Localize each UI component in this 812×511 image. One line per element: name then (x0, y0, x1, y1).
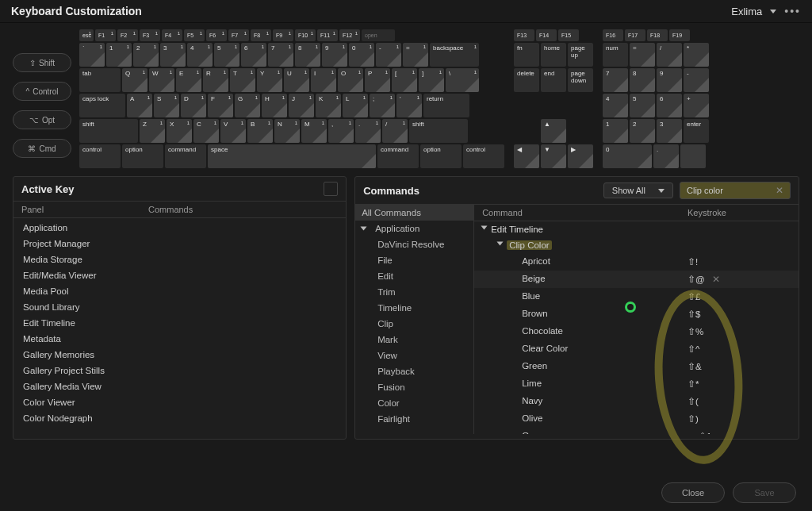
key-space[interactable]: space (208, 144, 376, 168)
key--[interactable]: [1 (392, 68, 417, 92)
save-button[interactable]: Save (733, 482, 796, 503)
key-6[interactable]: 61 (241, 43, 266, 67)
key-d[interactable]: D1 (181, 94, 206, 117)
key--[interactable]: =1 (403, 43, 428, 67)
key-x[interactable]: X1 (167, 119, 192, 143)
command-modifier-button[interactable]: ⌘Cmd (13, 139, 71, 158)
key-control[interactable]: control (79, 144, 121, 168)
key--[interactable]: . (653, 144, 679, 168)
key-f9[interactable]: F91 (273, 29, 293, 41)
key-return[interactable]: return (423, 94, 469, 117)
clear-search-icon[interactable]: ✕ (776, 185, 783, 196)
key-page-up[interactable]: page up (568, 43, 593, 67)
key--[interactable]: * (684, 43, 709, 67)
result-row[interactable]: Orange⌥⇧1 (474, 428, 799, 434)
key--[interactable]: ;1 (370, 94, 395, 117)
key-f6[interactable]: F61 (206, 29, 227, 41)
key-v[interactable]: V1 (220, 119, 246, 143)
tree-item[interactable]: Clip (355, 316, 473, 332)
key-f2[interactable]: F21 (117, 29, 138, 41)
chevron-down-icon[interactable] (770, 10, 776, 13)
key-command[interactable]: command (377, 144, 419, 168)
key-b[interactable]: B1 (247, 119, 273, 143)
key-9[interactable]: 9 (657, 68, 682, 92)
result-row[interactable]: Chocolate⇧% (474, 323, 799, 340)
key-f19[interactable]: F19 (669, 29, 690, 41)
panel-row[interactable]: Edit Timeline (13, 315, 346, 331)
panel-row[interactable]: Gallery Memories (13, 347, 346, 363)
key--[interactable]: /1 (382, 119, 408, 143)
key-f3[interactable]: F31 (140, 29, 160, 41)
key--[interactable]: -1 (376, 43, 401, 67)
tree-item[interactable]: Edit (355, 268, 473, 284)
tree-item[interactable]: DaVinci Resolve (355, 236, 473, 252)
key-enter[interactable]: enter (684, 119, 709, 143)
close-button[interactable]: Close (661, 482, 725, 503)
key--[interactable]: + (684, 94, 709, 117)
tree-item[interactable]: Fusion (355, 379, 473, 395)
panel-row[interactable]: Application (13, 220, 346, 236)
key--[interactable]: ,1 (328, 119, 354, 143)
key--[interactable]: `1 (79, 43, 105, 67)
tree-item[interactable]: Playback (355, 363, 473, 379)
key-u[interactable]: U1 (284, 68, 309, 92)
tree-item[interactable]: Color (355, 395, 473, 411)
key-0[interactable]: 01 (349, 43, 374, 67)
result-row[interactable]: Green⇧& (474, 358, 799, 375)
key-f11[interactable]: F111 (317, 29, 338, 41)
key-9[interactable]: 91 (322, 43, 347, 67)
key-home[interactable]: home (541, 43, 566, 67)
key-control[interactable]: control (463, 144, 504, 168)
active-key-selector[interactable] (324, 182, 338, 196)
key-8[interactable]: 8 (630, 68, 655, 92)
key-3[interactable]: 31 (160, 43, 186, 67)
key-f16[interactable]: F16 (603, 29, 623, 41)
more-icon[interactable]: ••• (784, 5, 801, 17)
key-shift[interactable]: shift (409, 119, 468, 143)
key-f10[interactable]: F101 (295, 29, 316, 41)
result-row[interactable]: Beige⇧@ ✕ (474, 271, 799, 288)
tree-item[interactable]: File (355, 252, 473, 268)
result-subgroup[interactable]: Clip Color (474, 237, 799, 253)
panel-row[interactable]: Edit/Media Viewer (13, 267, 346, 283)
key-fn[interactable]: fn (514, 43, 539, 67)
key--[interactable]: .1 (355, 119, 381, 143)
key-1[interactable]: 11 (106, 43, 132, 67)
key-caps-lock[interactable]: caps lock (79, 94, 125, 117)
key--[interactable]: ▼ (541, 144, 566, 168)
tree-item[interactable]: Timeline (355, 300, 473, 316)
key-l[interactable]: L1 (343, 94, 368, 117)
key-open[interactable]: open (362, 29, 395, 41)
key-f7[interactable]: F71 (228, 29, 249, 41)
result-group[interactable]: Edit Timeline (474, 221, 799, 237)
key-z[interactable]: Z1 (140, 119, 165, 143)
key-j[interactable]: J1 (289, 94, 314, 117)
tree-item[interactable]: View (355, 348, 473, 363)
key-option[interactable]: option (122, 144, 163, 168)
key-f14[interactable]: F14 (536, 29, 557, 41)
key-5[interactable]: 5 (630, 94, 655, 117)
key-r[interactable]: R1 (203, 68, 228, 92)
option-modifier-button[interactable]: ⌥Opt (13, 110, 71, 129)
panel-row[interactable]: Media Pool (13, 283, 346, 299)
key-w[interactable]: W1 (149, 68, 174, 92)
key-shift[interactable]: shift (79, 119, 138, 143)
key-f15[interactable]: F15 (558, 29, 579, 41)
key-3[interactable]: 3 (657, 119, 682, 143)
panel-row[interactable]: Color Viewer (13, 394, 346, 410)
key-c[interactable]: C1 (193, 119, 219, 143)
key-4[interactable]: 41 (187, 43, 213, 67)
key-f18[interactable]: F18 (647, 29, 668, 41)
key-e[interactable]: E1 (176, 68, 201, 92)
result-row[interactable]: Lime⇧* (474, 375, 799, 393)
result-row[interactable]: Olive⇧) (474, 410, 799, 428)
key-f4[interactable]: F41 (162, 29, 182, 41)
key--[interactable]: ▶ (568, 144, 593, 168)
key-5[interactable]: 51 (214, 43, 239, 67)
key-page-down[interactable]: page down (568, 68, 593, 92)
key-8[interactable]: 81 (295, 43, 320, 67)
key-4[interactable]: 4 (603, 94, 628, 117)
key-0[interactable]: 0 (603, 144, 652, 168)
key-blank[interactable] (680, 144, 706, 168)
tree-item[interactable]: Fairlight (355, 411, 473, 427)
